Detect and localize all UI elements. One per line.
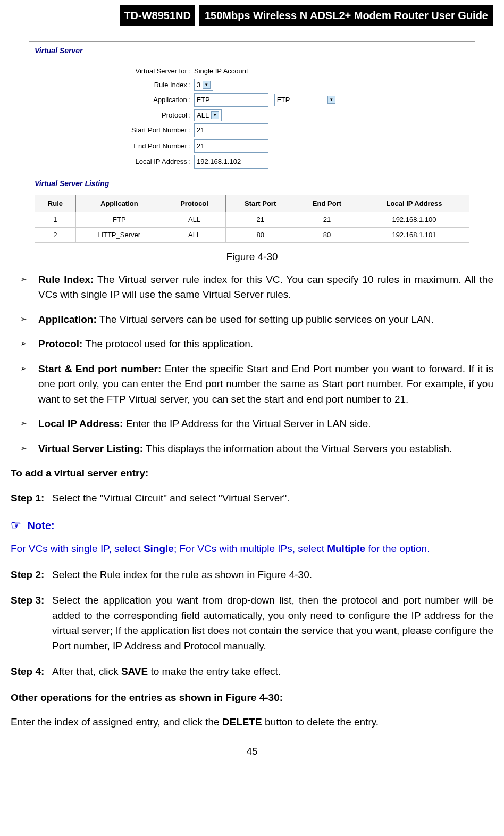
bullet-item: ➢Rule Index: The Virtual server rule ind… — [20, 272, 493, 303]
step-4: Step 4: After that, click SAVE to make t… — [11, 664, 493, 680]
table-cell: ALL — [163, 212, 226, 228]
application-preset-value: FTP — [277, 95, 290, 105]
bullet-item: ➢Local IP Address: Enter the IP Address … — [20, 416, 493, 432]
table-row: 2HTTP_ServerALL8080192.168.1.101 — [35, 227, 469, 243]
step-3-text: Select the application you want from dro… — [52, 593, 493, 654]
bullet-term: Start & End port number: — [38, 363, 161, 374]
heading-add-entry: To add a virtual server entry: — [11, 466, 493, 481]
triangle-bullet-icon: ➢ — [20, 312, 38, 328]
rule-index-value: 3 — [197, 80, 200, 90]
step-3-label: Step 3: — [11, 593, 52, 654]
figure-caption: Figure 4-30 — [11, 249, 493, 265]
bullet-text: The Virtual servers can be used for sett… — [97, 314, 434, 325]
table-header: Rule — [35, 195, 76, 212]
table-row: 1FTPALL2121192.168.1.100 — [35, 212, 469, 228]
application-input[interactable]: FTP — [194, 93, 268, 107]
triangle-bullet-icon: ➢ — [20, 416, 38, 432]
application-label: Application : — [29, 95, 194, 105]
chevron-down-icon: ▾ — [203, 81, 211, 89]
triangle-bullet-icon: ➢ — [20, 362, 38, 407]
table-cell: 21 — [226, 212, 295, 228]
protocol-select[interactable]: ALL ▾ — [194, 109, 222, 122]
protocol-value: ALL — [197, 110, 209, 121]
step-4-text: After that, click SAVE to make the entry… — [52, 664, 493, 680]
bullet-item: ➢Application: The Virtual servers can be… — [20, 312, 493, 328]
application-preset-select[interactable]: FTP ▾ — [274, 94, 338, 106]
bullet-text: This displays the information about the … — [143, 443, 452, 454]
bullet-item: ➢Virtual Server Listing: This displays t… — [20, 441, 493, 457]
triangle-bullet-icon: ➢ — [20, 441, 38, 457]
step-2-text: Select the Rule index for the rule as sh… — [52, 567, 493, 583]
table-header: Protocol — [163, 195, 226, 212]
bullet-term: Local IP Address: — [38, 418, 123, 429]
virtual-server-form: Virtual Server for : Single IP Account R… — [29, 60, 475, 175]
step-2: Step 2: Select the Rule index for the ru… — [11, 567, 493, 583]
bullet-item: ➢Start & End port number: Enter the spec… — [20, 362, 493, 407]
step-1-text: Select the "Virtual Circuit" and select … — [52, 491, 493, 506]
step-1: Step 1: Select the "Virtual Circuit" and… — [11, 491, 493, 506]
header-title: 150Mbps Wireless N ADSL2+ Modem Router U… — [199, 5, 493, 26]
section-virtual-server: Virtual Server — [29, 42, 475, 60]
step-1-label: Step 1: — [11, 491, 52, 506]
local-ip-label: Local IP Address : — [29, 156, 194, 167]
note-heading: ☞ Note: — [11, 516, 493, 534]
heading-other-ops: Other operations for the entries as show… — [11, 690, 493, 706]
bullet-term: Virtual Server Listing: — [38, 443, 143, 454]
table-cell: FTP — [75, 212, 163, 228]
note-body: For VCs with single IP, select Single; F… — [11, 541, 493, 557]
vs-listing-table: RuleApplicationProtocolStart PortEnd Por… — [35, 195, 469, 243]
local-ip-input[interactable]: 192.168.1.102 — [194, 155, 268, 169]
start-port-label: Start Port Number : — [29, 125, 194, 136]
step-3: Step 3: Select the application you want … — [11, 593, 493, 654]
step-2-label: Step 2: — [11, 567, 52, 583]
table-header: Start Port — [226, 195, 295, 212]
bullet-text: Enter the IP Address for the Virtual Ser… — [123, 418, 371, 429]
chevron-down-icon: ▾ — [211, 111, 219, 119]
table-cell: 192.168.1.100 — [359, 212, 469, 228]
pointing-hand-icon: ☞ — [11, 519, 21, 532]
bullet-text: The protocol used for this application. — [82, 338, 253, 349]
bullet-term: Protocol: — [38, 338, 82, 349]
section-vs-listing: Virtual Server Listing — [29, 175, 475, 193]
rule-index-select[interactable]: 3 ▾ — [194, 79, 213, 91]
virtual-server-screenshot: Virtual Server Virtual Server for : Sing… — [29, 41, 475, 246]
chevron-down-icon: ▾ — [327, 96, 335, 104]
table-header: End Port — [295, 195, 359, 212]
definition-list: ➢Rule Index: The Virtual server rule ind… — [11, 272, 493, 457]
table-cell: ALL — [163, 227, 226, 243]
table-cell: HTTP_Server — [75, 227, 163, 243]
vs-for-value: Single IP Account — [194, 66, 248, 77]
bullet-text: The Virtual server rule index for this V… — [38, 274, 493, 300]
bullet-term: Rule Index: — [38, 274, 94, 285]
table-header: Local IP Address — [359, 195, 469, 212]
page-number: 45 — [11, 744, 493, 759]
triangle-bullet-icon: ➢ — [20, 337, 38, 352]
table-cell: 80 — [226, 227, 295, 243]
rule-index-label: Rule Index : — [29, 80, 194, 90]
table-cell: 192.168.1.101 — [359, 227, 469, 243]
bullet-term: Application: — [38, 314, 97, 325]
vs-for-label: Virtual Server for : — [29, 66, 194, 77]
note-title-text: Note: — [28, 520, 55, 531]
triangle-bullet-icon: ➢ — [20, 272, 38, 303]
bullet-item: ➢Protocol: The protocol used for this ap… — [20, 337, 493, 352]
page-header: TD-W8951ND 150Mbps Wireless N ADSL2+ Mod… — [11, 0, 493, 31]
table-cell: 80 — [295, 227, 359, 243]
table-header: Application — [75, 195, 163, 212]
step-4-label: Step 4: — [11, 664, 52, 680]
end-port-input[interactable]: 21 — [194, 139, 268, 153]
delete-entry-para: Enter the index of assigned entry, and c… — [11, 715, 493, 730]
table-cell: 1 — [35, 212, 76, 228]
protocol-label: Protocol : — [29, 110, 194, 121]
table-cell: 21 — [295, 212, 359, 228]
table-cell: 2 — [35, 227, 76, 243]
start-port-input[interactable]: 21 — [194, 123, 268, 137]
header-model-badge: TD-W8951ND — [120, 5, 195, 26]
end-port-label: End Port Number : — [29, 141, 194, 152]
